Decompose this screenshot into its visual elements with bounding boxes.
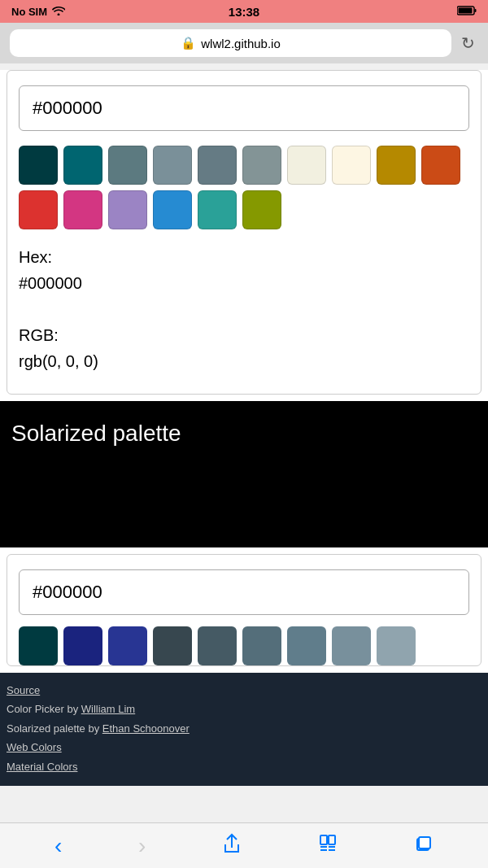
color-swatch-teal[interactable] (63, 146, 102, 185)
status-bar-right (457, 6, 477, 18)
solarized-swatch-2[interactable] (108, 626, 147, 665)
share-button[interactable] (216, 827, 248, 866)
rgb-value: rgb(0, 0, 0) (19, 352, 98, 370)
color-swatch-red[interactable] (19, 190, 58, 229)
color-swatch-pink-magenta[interactable] (63, 190, 102, 229)
hex-input2[interactable] (33, 582, 455, 603)
hex-label: Hex: (19, 248, 52, 266)
source-link[interactable]: Source (7, 684, 40, 696)
color-swatch-orange-red[interactable] (421, 146, 460, 185)
solarized-swatch-7[interactable] (332, 626, 371, 665)
color-swatches-row (19, 626, 469, 665)
bookmarks-button[interactable] (312, 827, 344, 866)
material-colors-line: Material Colors (7, 757, 481, 776)
forward-button[interactable]: › (132, 827, 152, 866)
rgb-label: RGB: (19, 326, 59, 344)
credit-line1: Color Picker by William Lim (7, 700, 481, 718)
color-swatch-gray-blue[interactable] (153, 146, 192, 185)
status-bar-time: 13:38 (229, 5, 259, 19)
ethan-link[interactable]: Ethan Schoonover (102, 722, 190, 735)
status-bar-left: No SIM (11, 6, 65, 18)
solarized-swatch-3[interactable] (153, 626, 192, 665)
lock-icon: 🔒 (181, 36, 196, 50)
color-swatch-dark-teal[interactable] (19, 146, 58, 185)
color-swatches-grid (19, 146, 469, 229)
web-colors-line: Web Colors (7, 738, 481, 757)
svg-rect-4 (329, 835, 335, 844)
credit-text2: Solarized palette by (7, 722, 102, 735)
color-picker-section: Hex: #000000 RGB: rgb(0, 0, 0) (7, 70, 481, 395)
status-bar: No SIM 13:38 (0, 0, 488, 23)
svg-rect-3 (320, 835, 327, 844)
color-swatch-lavender[interactable] (108, 190, 147, 229)
source-link-line: Source (7, 681, 481, 700)
svg-rect-2 (459, 7, 473, 13)
william-lim-link[interactable]: William Lim (81, 703, 135, 715)
second-color-picker-section (7, 554, 481, 666)
color-swatch-blue[interactable] (153, 190, 192, 229)
hex-value: #000000 (19, 274, 82, 292)
color-swatch-light-gray[interactable] (242, 146, 281, 185)
address-bar[interactable]: 🔒 wlwl2.github.io (10, 29, 451, 57)
hex-input-wrapper[interactable] (19, 85, 469, 131)
hex-input[interactable] (33, 98, 455, 119)
credit-line2: Solarized palette by Ethan Schoonover (7, 719, 481, 738)
rgb-label-line: RGB: rgb(0, 0, 0) (19, 322, 469, 374)
carrier-label: No SIM (11, 6, 47, 18)
wifi-icon (52, 6, 65, 18)
reload-button[interactable]: ↻ (458, 30, 478, 56)
tabs-button[interactable] (407, 827, 440, 865)
svg-rect-6 (419, 837, 430, 848)
color-swatch-slate-blue[interactable] (108, 146, 147, 185)
credit-text1: Color Picker by (7, 703, 81, 715)
solarized-swatch-0[interactable] (19, 626, 58, 665)
solarized-section: Solarized palette (0, 401, 488, 547)
web-colors-link[interactable]: Web Colors (7, 741, 62, 753)
color-swatch-cyan[interactable] (198, 190, 237, 229)
battery-icon (457, 6, 477, 18)
color-swatch-green[interactable] (242, 190, 281, 229)
browser-chrome: 🔒 wlwl2.github.io ↻ (0, 23, 488, 63)
hex-input2-wrapper[interactable] (19, 569, 469, 615)
url-text: wlwl2.github.io (201, 37, 281, 50)
browser-bottom-bar: ‹ › (0, 822, 488, 868)
solarized-title: Solarized palette (11, 421, 181, 446)
color-swatch-off-white-2[interactable] (332, 146, 371, 185)
color-info: Hex: #000000 RGB: rgb(0, 0, 0) (19, 244, 469, 374)
solarized-swatch-8[interactable] (377, 626, 416, 665)
solarized-swatch-5[interactable] (242, 626, 281, 665)
page-content: Hex: #000000 RGB: rgb(0, 0, 0) Solarized… (0, 70, 488, 786)
hex-label-line: Hex: #000000 (19, 244, 469, 296)
color-swatch-yellow-olive[interactable] (377, 146, 416, 185)
material-colors-link[interactable]: Material Colors (7, 761, 77, 773)
color-swatch-medium-gray[interactable] (198, 146, 237, 185)
color-swatch-off-white-1[interactable] (287, 146, 326, 185)
solarized-swatch-1[interactable] (63, 626, 102, 665)
solarized-swatch-6[interactable] (287, 626, 326, 665)
solarized-swatch-4[interactable] (198, 626, 237, 665)
footer: Source Color Picker by William Lim Solar… (0, 673, 488, 786)
back-button[interactable]: ‹ (48, 827, 68, 866)
svg-rect-1 (475, 9, 477, 12)
